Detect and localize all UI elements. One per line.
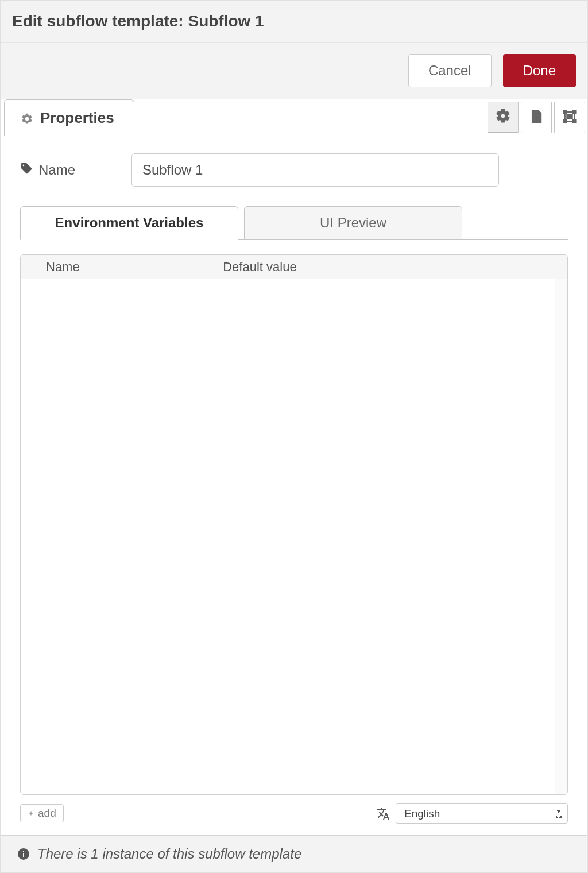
col-header-name: Name (21, 260, 223, 275)
tab-ui-preview[interactable]: UI Preview (244, 206, 462, 240)
view-description-button[interactable] (521, 102, 552, 133)
grid-header: Name Default value (21, 255, 567, 279)
env-var-list: Name Default value add (20, 254, 568, 824)
translate-icon (376, 807, 390, 820)
add-button-label: add (38, 807, 56, 820)
plus-icon (28, 807, 34, 820)
file-icon (528, 109, 544, 127)
name-label-text: Name (38, 162, 75, 178)
language-select[interactable]: English (396, 803, 568, 824)
bounding-box-icon (562, 109, 578, 127)
svg-rect-3 (573, 119, 576, 122)
grid-footer: add English (20, 795, 568, 824)
done-button[interactable]: Done (503, 54, 576, 87)
view-appearance-button[interactable] (554, 102, 585, 133)
svg-rect-4 (567, 114, 572, 118)
button-bar: Cancel Done (1, 43, 587, 99)
instance-count-text: There is 1 instance of this subflow temp… (37, 846, 301, 862)
tab-environment-variables[interactable]: Environment Variables (20, 206, 238, 240)
svg-rect-0 (564, 110, 567, 113)
gear-icon (495, 108, 511, 126)
add-button[interactable]: add (20, 804, 64, 822)
name-label: Name (20, 162, 123, 178)
info-icon (17, 847, 30, 861)
view-settings-button[interactable] (488, 102, 519, 133)
name-input[interactable] (131, 153, 499, 187)
tab-properties[interactable]: Properties (4, 99, 134, 136)
grid-body (21, 279, 567, 794)
dialog-title: Edit subflow template: Subflow 1 (1, 1, 587, 43)
cancel-button[interactable]: Cancel (408, 54, 492, 87)
tag-icon (20, 162, 33, 178)
language-group: English (376, 803, 568, 824)
col-header-default: Default value (223, 260, 567, 275)
inner-tab-strip: Environment Variables UI Preview (20, 206, 568, 240)
dialog-footer: There is 1 instance of this subflow temp… (1, 835, 587, 872)
name-row: Name (20, 153, 568, 187)
svg-rect-2 (564, 119, 567, 122)
gear-icon (21, 111, 33, 124)
top-tab-strip: Properties (1, 99, 587, 136)
tab-properties-label: Properties (40, 109, 114, 127)
svg-rect-1 (573, 110, 576, 113)
grid-scrollbar[interactable] (555, 279, 567, 794)
env-var-grid: Name Default value (20, 254, 568, 795)
